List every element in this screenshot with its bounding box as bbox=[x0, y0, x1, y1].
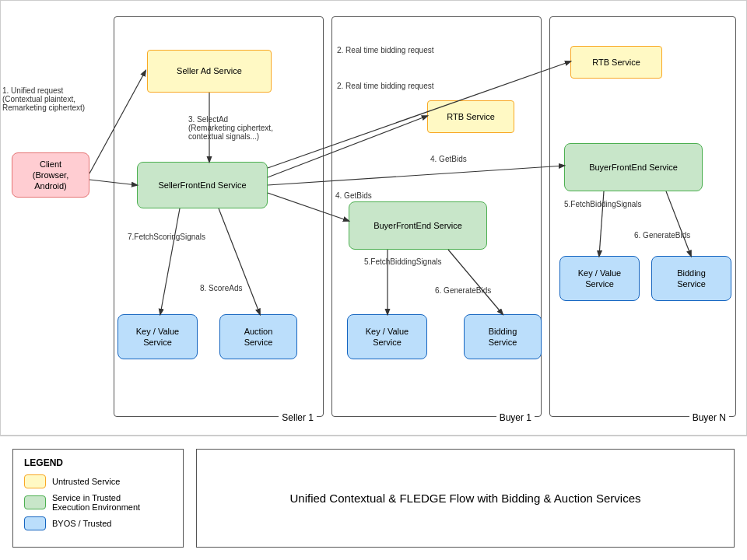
flow-label-6a: 6. GenerateBids bbox=[435, 286, 491, 295]
flow-label-2b: 2. Real time bidding request bbox=[337, 82, 434, 90]
flow-label-4a: 4. GetBids bbox=[335, 191, 372, 200]
main-title: Unified Contextual & FLEDGE Flow with Bi… bbox=[289, 492, 640, 505]
legend-color-yellow bbox=[24, 474, 46, 488]
buyer-fe-center-node: BuyerFrontEnd Service bbox=[349, 201, 487, 250]
seller1-label: Seller 1 bbox=[279, 411, 317, 424]
legend-color-blue bbox=[24, 516, 46, 530]
buyer1-label: Buyer 1 bbox=[496, 411, 535, 424]
flow-label-5a: 5.FetchBiddingSignals bbox=[364, 257, 442, 266]
kv-seller-node: Key / ValueService bbox=[117, 314, 198, 359]
bidding-buyer1-node: BiddingService bbox=[464, 314, 542, 359]
seller-frontend-node: SellerFrontEnd Service bbox=[137, 162, 268, 208]
legend-item-byos: BYOS / Trusted bbox=[24, 516, 172, 530]
flow-label-1: 1. Unified request(Contextual plaintext,… bbox=[2, 86, 85, 112]
flow-label-7: 7.FetchScoringSignals bbox=[128, 233, 205, 241]
main-title-box: Unified Contextual & FLEDGE Flow with Bi… bbox=[196, 449, 735, 548]
kv-buyer1-node: Key / ValueService bbox=[347, 314, 427, 359]
buyerN-label: Buyer N bbox=[689, 411, 729, 424]
bottom-area: LEGEND Untrusted Service Service in Trus… bbox=[0, 436, 747, 560]
flow-label-4b: 4. GetBids bbox=[430, 155, 467, 163]
flow-label-8: 8. ScoreAds bbox=[200, 284, 242, 292]
legend-box: LEGEND Untrusted Service Service in Trus… bbox=[12, 449, 184, 548]
flow-label-6b: 6. GenerateBids bbox=[634, 231, 690, 240]
auction-node: AuctionService bbox=[219, 314, 297, 359]
legend-title: LEGEND bbox=[24, 457, 172, 468]
legend-item-trusted: Service in TrustedExecution Environment bbox=[24, 493, 172, 512]
flow-label-5b: 5.FetchBiddingSignals bbox=[564, 200, 642, 208]
flow-label-3: 3. SelectAd(Remarketing ciphertext,conte… bbox=[188, 115, 273, 141]
seller-ad-node: Seller Ad Service bbox=[147, 50, 272, 93]
bidding-buyerN-node: BiddingService bbox=[651, 256, 731, 301]
rtb-seller-node: RTB Service bbox=[427, 100, 514, 133]
diagram-container: Seller 1 Buyer 1 Buyer N Client(Browser,… bbox=[0, 0, 747, 436]
legend-color-green bbox=[24, 495, 46, 509]
legend-label-trusted: Service in TrustedExecution Environment bbox=[52, 493, 140, 512]
kv-buyerN-node: Key / ValueService bbox=[559, 256, 640, 301]
legend-label-byos: BYOS / Trusted bbox=[52, 519, 111, 528]
buyer-fe-right-node: BuyerFrontEnd Service bbox=[564, 143, 703, 191]
legend-label-untrusted: Untrusted Service bbox=[52, 477, 120, 486]
legend-item-untrusted: Untrusted Service bbox=[24, 474, 172, 488]
flow-label-2a: 2. Real time bidding request bbox=[337, 46, 434, 54]
rtb-right-node: RTB Service bbox=[570, 46, 662, 79]
client-node: Client(Browser, Android) bbox=[12, 152, 89, 198]
